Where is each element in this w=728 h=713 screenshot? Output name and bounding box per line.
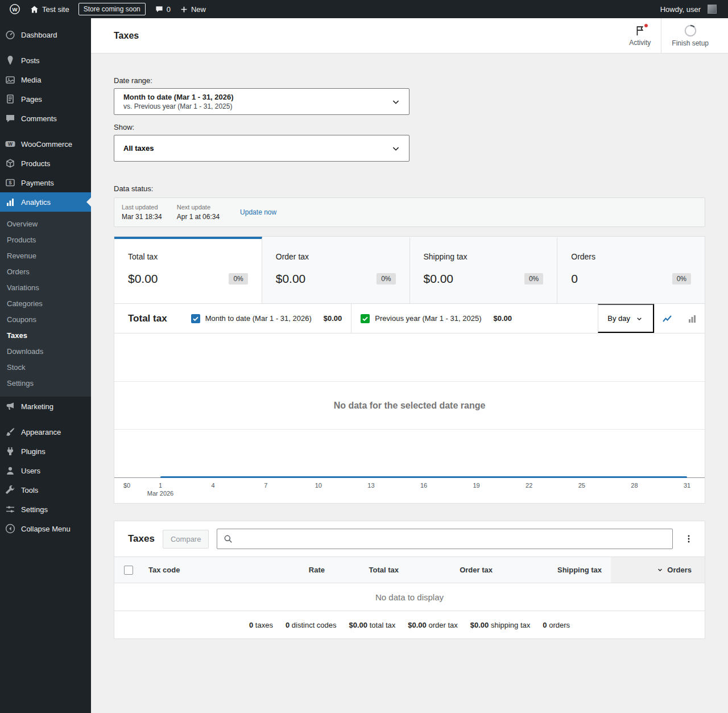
sidebar-item-media[interactable]: Media — [0, 70, 91, 89]
sidebar-item-label: Pages — [21, 95, 42, 104]
summary-tile-shipping-tax[interactable]: Shipping tax $0.00 0% — [410, 237, 558, 303]
sidebar-item-label: Collapse Menu — [21, 525, 71, 533]
analytics-submenu: Overview Products Revenue Orders Variati… — [0, 212, 91, 397]
date-range-compare-value: vs. Previous year (Mar 1 - 31, 2025) — [123, 102, 232, 110]
last-updated-group: Last updated Mar 31 18:34 — [122, 204, 162, 221]
svg-text:$: $ — [9, 180, 11, 186]
bar-chart-toggle[interactable] — [680, 304, 705, 333]
column-header-orders[interactable]: Orders — [611, 557, 705, 583]
table-menu-button[interactable] — [681, 529, 697, 549]
legend-value: $0.00 — [493, 314, 512, 323]
submenu-item-overview[interactable]: Overview — [0, 216, 91, 232]
sidebar-item-products[interactable]: Products — [0, 154, 91, 173]
chart-title: Total tax — [114, 304, 182, 333]
submenu-item-coupons[interactable]: Coupons — [0, 311, 91, 327]
summary-label: taxes — [255, 621, 273, 629]
payments-icon: $ — [5, 177, 16, 188]
line-chart-toggle[interactable] — [655, 304, 680, 333]
finish-setup-label: Finish setup — [672, 39, 709, 47]
sidebar-item-posts[interactable]: Posts — [0, 51, 91, 70]
search-input[interactable] — [237, 535, 667, 543]
page-title: Taxes — [114, 31, 139, 41]
update-now-link[interactable]: Update now — [240, 208, 276, 216]
column-header-tax-code[interactable]: Tax code — [146, 557, 266, 583]
setup-progress-ring-icon — [684, 24, 697, 38]
show-label: Show: — [114, 123, 705, 131]
summary-taxes: 0 taxes — [249, 621, 273, 629]
sidebar-item-label: Tools — [21, 486, 38, 494]
interval-select[interactable]: By day — [598, 304, 654, 333]
y-axis-zero-label: $0 — [123, 482, 130, 489]
summary-tile-total-tax[interactable]: Total tax $0.00 0% — [114, 237, 262, 303]
summary-value: 0 — [543, 621, 547, 629]
summary-order-tax: $0.00 order tax — [408, 621, 457, 629]
sidebar-item-pages[interactable]: Pages — [0, 89, 91, 109]
sidebar-item-collapse-menu[interactable]: Collapse Menu — [0, 519, 91, 538]
howdy-user-link[interactable]: Howdy, user — [656, 0, 721, 18]
sidebar-item-label: Comments — [21, 114, 57, 123]
legend-label: Month to date (Mar 1 - 31, 2026) — [205, 314, 312, 323]
sidebar-item-appearance[interactable]: Appearance — [0, 422, 91, 442]
sidebar-item-payments[interactable]: $ Payments — [0, 173, 91, 192]
checkbox-checked-icon — [361, 314, 370, 323]
submenu-item-categories[interactable]: Categories — [0, 295, 91, 311]
dashboard-icon — [5, 29, 16, 40]
comment-bubble-icon — [155, 5, 164, 14]
sidebar-item-users[interactable]: Users — [0, 461, 91, 480]
submenu-item-settings[interactable]: Settings — [0, 375, 91, 391]
howdy-text: Howdy, user — [660, 5, 701, 14]
sidebar-item-analytics[interactable]: Analytics — [0, 192, 91, 212]
submenu-item-products[interactable]: Products — [0, 232, 91, 248]
wordpress-logo-icon[interactable]: W — [5, 0, 25, 18]
sidebar-item-label: Users — [21, 467, 40, 475]
compare-button[interactable]: Compare — [163, 530, 209, 549]
new-content-button[interactable]: New — [175, 0, 210, 18]
legend-item-month-to-date[interactable]: Month to date (Mar 1 - 31, 2026) $0.00 — [182, 304, 351, 333]
summary-tile-order-tax[interactable]: Order tax $0.00 0% — [262, 237, 410, 303]
finish-setup-button[interactable]: Finish setup — [661, 18, 719, 53]
admin-bar-comments[interactable]: 0 — [150, 0, 175, 18]
sidebar-item-settings[interactable]: Settings — [0, 500, 91, 519]
site-name-link[interactable]: Test site — [25, 0, 74, 18]
column-header-shipping-tax[interactable]: Shipping tax — [502, 557, 611, 583]
sidebar-item-label: WooCommerce — [21, 140, 72, 149]
sidebar-item-tools[interactable]: Tools — [0, 480, 91, 500]
sidebar-item-dashboard[interactable]: Dashboard — [0, 25, 91, 44]
submenu-item-variations[interactable]: Variations — [0, 279, 91, 295]
sidebar-item-marketing[interactable]: Marketing — [0, 397, 91, 416]
select-all-checkbox[interactable] — [124, 566, 133, 575]
column-header-total-tax[interactable]: Total tax — [334, 557, 408, 583]
plugin-icon — [5, 446, 16, 457]
column-header-rate[interactable]: Rate — [266, 557, 334, 583]
x-tick: 1 — [159, 482, 162, 489]
show-select[interactable]: All taxes — [114, 135, 410, 162]
chevron-down-icon — [390, 142, 402, 155]
summary-label: total tax — [370, 621, 396, 629]
home-icon — [30, 5, 39, 14]
activity-button[interactable]: Activity — [619, 18, 661, 53]
sidebar-item-label: Marketing — [21, 402, 53, 411]
next-update-group: Next update Apr 1 at 06:34 — [177, 204, 220, 221]
avatar — [708, 5, 717, 14]
submenu-item-revenue[interactable]: Revenue — [0, 248, 91, 263]
chevron-down-icon — [390, 96, 402, 108]
wordpress-admin-screen: W Test site Store coming soon 0 New — [0, 0, 728, 713]
legend-item-previous-year[interactable]: Previous year (Mar 1 - 31, 2025) $0.00 — [351, 304, 521, 333]
summary-tile-orders[interactable]: Orders 0 0% — [557, 237, 705, 303]
sidebar-item-woocommerce[interactable]: W WooCommerce — [0, 134, 91, 154]
sidebar-item-plugins[interactable]: Plugins — [0, 442, 91, 461]
comments-count: 0 — [167, 5, 171, 14]
date-range-select[interactable]: Month to date (Mar 1 - 31, 2026) vs. Pre… — [114, 88, 410, 115]
sidebar-item-comments[interactable]: Comments — [0, 109, 91, 128]
submenu-item-stock[interactable]: Stock — [0, 359, 91, 375]
tile-label: Shipping tax — [424, 252, 544, 261]
column-header-order-tax[interactable]: Order tax — [408, 557, 502, 583]
data-status-box: Last updated Mar 31 18:34 Next update Ap… — [114, 197, 705, 227]
summary-label: order tax — [428, 621, 457, 629]
submenu-item-downloads[interactable]: Downloads — [0, 343, 91, 359]
submenu-item-taxes[interactable]: Taxes — [0, 327, 91, 343]
x-tick: 4 — [212, 482, 215, 489]
search-icon — [223, 534, 233, 544]
submenu-item-orders[interactable]: Orders — [0, 263, 91, 279]
coming-soon-badge[interactable]: Store coming soon — [78, 3, 146, 15]
